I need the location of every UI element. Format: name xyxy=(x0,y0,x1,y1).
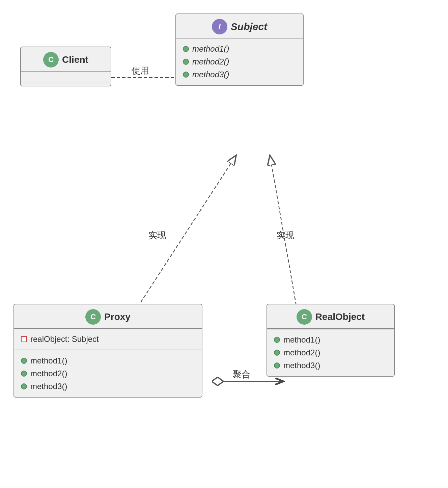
label-shixian-left: 实现 xyxy=(148,229,166,241)
realobject-method3-label: method3() xyxy=(283,361,320,370)
subject-method3: method3() xyxy=(183,68,296,81)
subject-method1-label: method1() xyxy=(192,44,229,54)
realobject-header: C RealObject xyxy=(267,304,394,329)
subject-class-box: I Subject method1() method2() method3() xyxy=(175,13,304,86)
realobject-method1: method1() xyxy=(274,333,387,346)
proxy-methods: method1() method2() method3() xyxy=(14,350,202,397)
subject-method2: method2() xyxy=(183,55,296,68)
realobject-method3: method3() xyxy=(274,359,387,372)
proxy-field1-label: realObject: Subject xyxy=(30,334,99,344)
proxy-field1-icon xyxy=(21,336,27,342)
proxy-class-box: C Proxy realObject: Subject method1() me… xyxy=(13,304,202,398)
realobject-method3-dot xyxy=(274,362,280,369)
subject-icon: I xyxy=(212,19,227,34)
proxy-method3-label: method3() xyxy=(30,382,67,391)
realobject-icon: C xyxy=(297,309,312,325)
subject-body: method1() method2() method3() xyxy=(176,38,303,85)
realobject-method1-dot xyxy=(274,337,280,343)
proxy-icon: C xyxy=(85,309,101,325)
proxy-field1: realObject: Subject xyxy=(21,333,195,346)
subject-method1-dot xyxy=(183,46,189,52)
proxy-method3-dot xyxy=(21,383,27,389)
client-body xyxy=(21,72,111,82)
subject-method1: method1() xyxy=(183,43,296,55)
subject-method2-dot xyxy=(183,59,189,65)
label-shixian-right: 实现 xyxy=(277,229,294,241)
client-footer xyxy=(21,82,111,86)
diagram-container: 使用 实现 实现 聚合 C Client I Subject method1()… xyxy=(0,0,448,488)
label-juhe: 聚合 xyxy=(233,369,250,380)
subject-name: Subject xyxy=(231,21,267,32)
proxy-name: Proxy xyxy=(104,311,131,322)
proxy-method1-dot xyxy=(21,358,27,364)
subject-method3-dot xyxy=(183,72,189,78)
proxy-body: realObject: Subject xyxy=(14,329,202,350)
realobject-method1-label: method1() xyxy=(283,335,320,345)
realobject-method2: method2() xyxy=(274,346,387,359)
proxy-method2: method2() xyxy=(21,367,195,380)
proxy-header: C Proxy xyxy=(14,304,202,329)
proxy-method3: method3() xyxy=(21,380,195,393)
client-name: Client xyxy=(62,54,88,65)
realobject-method2-dot xyxy=(274,350,280,356)
realobject-method2-label: method2() xyxy=(283,348,320,357)
proxy-method1-label: method1() xyxy=(30,356,67,365)
realobject-name: RealObject xyxy=(315,311,365,322)
client-class-box: C Client xyxy=(20,47,111,86)
proxy-method2-label: method2() xyxy=(30,369,67,378)
client-header: C Client xyxy=(21,47,111,72)
label-shiyong: 使用 xyxy=(132,65,149,77)
realobject-class-box: C RealObject method1() method2() method3… xyxy=(267,304,395,377)
subject-method2-label: method2() xyxy=(192,57,229,66)
proxy-method2-dot xyxy=(21,371,27,377)
subject-header: I Subject xyxy=(176,14,303,38)
realobject-methods: method1() method2() method3() xyxy=(267,329,394,376)
proxy-method1: method1() xyxy=(21,354,195,367)
client-icon: C xyxy=(43,52,59,67)
subject-method3-label: method3() xyxy=(192,70,229,79)
